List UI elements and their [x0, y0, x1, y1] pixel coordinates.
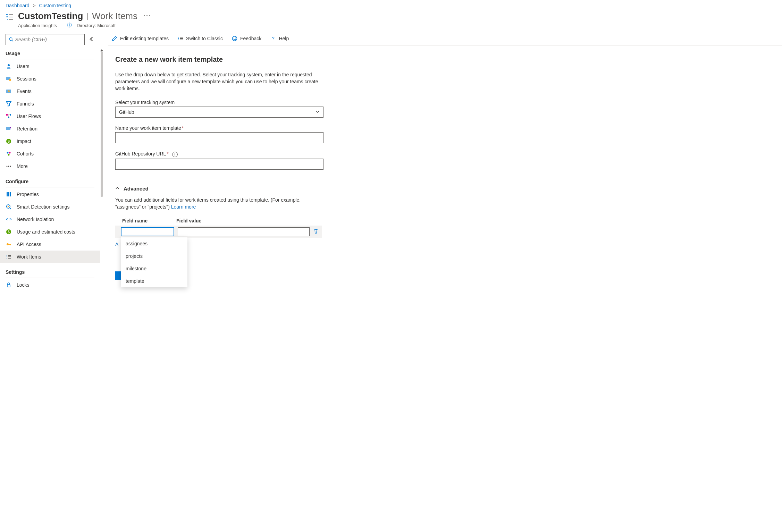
svg-point-13: [9, 152, 11, 154]
sidebar-item-cohorts[interactable]: Cohorts: [0, 147, 100, 160]
help-button[interactable]: ? Help: [270, 36, 289, 41]
svg-point-12: [7, 152, 9, 154]
sidebar-item-more[interactable]: More: [0, 160, 100, 172]
sidebar-item-properties[interactable]: Properties: [0, 188, 100, 201]
more-icon: [6, 163, 12, 169]
repo-url-label: GitHub Repository URL* i: [115, 151, 327, 157]
svg-point-17: [10, 166, 11, 167]
smart-detection-icon: [6, 204, 12, 210]
svg-line-1: [12, 40, 13, 42]
sidebar-item-usage-costs[interactable]: $Usage and estimated costs: [0, 226, 100, 238]
breadcrumb: Dashboard > CustomTesting: [0, 0, 782, 8]
user-icon: [6, 64, 12, 69]
svg-point-32: [233, 37, 234, 38]
repo-url-input[interactable]: [119, 161, 320, 167]
add-new-link[interactable]: A: [115, 242, 118, 247]
dropdown-item-template[interactable]: template: [121, 275, 187, 287]
directory-label: Directory: Microsoft: [77, 23, 116, 28]
field-name-header: Field name: [115, 218, 176, 223]
form-title: Create a new work item template: [115, 56, 327, 64]
svg-rect-6: [6, 114, 8, 116]
svg-point-14: [8, 154, 10, 156]
svg-point-33: [235, 37, 236, 38]
retention-icon: [6, 126, 12, 132]
learn-more-link[interactable]: Learn more: [171, 204, 196, 210]
page-header: CustomTesting | Work Items ··· Applicati…: [0, 8, 782, 31]
svg-rect-7: [10, 114, 11, 116]
svg-text:$: $: [8, 140, 10, 143]
svg-text:$: $: [8, 230, 10, 234]
svg-point-0: [9, 38, 12, 41]
sidebar-item-locks[interactable]: Locks: [0, 279, 100, 291]
breadcrumb-current[interactable]: CustomTesting: [39, 3, 71, 8]
blade-name: Work Items: [92, 10, 137, 22]
field-value-input[interactable]: [178, 227, 310, 236]
network-icon: <·>: [6, 217, 12, 222]
resource-type: Application Insights: [18, 23, 57, 28]
user-flows-icon: [6, 113, 12, 119]
sidebar-item-smart-detection[interactable]: Smart Detection settings: [0, 201, 100, 213]
nav-search-input[interactable]: [15, 37, 82, 42]
feedback-button[interactable]: Feedback: [232, 36, 261, 41]
svg-rect-19: [8, 192, 9, 196]
info-icon[interactable]: ⓘ: [67, 22, 72, 28]
costs-icon: $: [6, 229, 12, 235]
resource-name: CustomTesting: [18, 10, 83, 22]
delete-row-button[interactable]: [313, 228, 319, 235]
work-items-nav-icon: [6, 254, 12, 260]
svg-point-2: [8, 64, 10, 66]
field-name-dropdown: assignees projects milestone template: [121, 237, 187, 287]
sidebar-item-impact[interactable]: $Impact: [0, 135, 100, 147]
sidebar-item-funnels[interactable]: Funnels: [0, 98, 100, 110]
more-actions-button[interactable]: ···: [144, 10, 151, 22]
breadcrumb-separator: >: [33, 3, 35, 8]
properties-icon: [6, 192, 12, 197]
advanced-toggle[interactable]: Advanced: [115, 186, 327, 192]
switch-classic-button[interactable]: Switch to Classic: [178, 36, 223, 41]
breadcrumb-root[interactable]: Dashboard: [6, 3, 30, 8]
template-name-input-wrap: [115, 132, 323, 143]
chevron-down-icon: [316, 109, 320, 115]
sidebar-item-api-access[interactable]: API Access: [0, 238, 100, 251]
tracking-system-select[interactable]: GitHub: [115, 107, 323, 118]
sidebar-item-events[interactable]: Events: [0, 85, 100, 98]
svg-text:<·>: <·>: [6, 217, 11, 222]
repo-url-input-wrap: [115, 159, 323, 170]
sidebar-item-retention[interactable]: Retention: [0, 123, 100, 135]
funnels-icon: [6, 101, 12, 107]
field-name-input[interactable]: [121, 227, 174, 236]
dropdown-item-milestone[interactable]: milestone: [121, 262, 187, 275]
sidebar: Usage Users Sessions Events Funnels User…: [0, 31, 100, 296]
svg-point-23: [8, 206, 9, 207]
main-content: Edit existing templates Switch to Classi…: [100, 31, 782, 296]
collapse-sidebar-button[interactable]: [90, 37, 94, 43]
edit-templates-button[interactable]: Edit existing templates: [112, 36, 169, 41]
sidebar-item-user-flows[interactable]: User Flows: [0, 110, 100, 123]
chevron-up-icon: [115, 186, 119, 191]
dropdown-item-assignees[interactable]: assignees: [121, 237, 187, 250]
svg-rect-18: [7, 192, 8, 196]
template-name-label: Name your work item template*: [115, 125, 327, 131]
work-items-icon: [6, 10, 18, 23]
svg-rect-20: [10, 192, 11, 196]
tracking-system-label: Select your tracking system: [115, 100, 327, 105]
form-intro: Use the drop down below to get started. …: [115, 71, 327, 92]
sidebar-item-sessions[interactable]: Sessions: [0, 73, 100, 85]
sidebar-scrollbar[interactable]: [101, 51, 103, 197]
sidebar-item-network-isolation[interactable]: <·>Network Isolation: [0, 213, 100, 226]
nav-group-settings: Settings: [0, 268, 100, 276]
sidebar-item-work-items[interactable]: Work Items: [0, 251, 100, 263]
svg-text:?: ?: [272, 36, 275, 41]
nav-search[interactable]: [6, 34, 85, 45]
template-name-input[interactable]: [119, 135, 320, 141]
svg-point-15: [7, 166, 8, 167]
field-value-header: Field value: [176, 218, 322, 223]
dropdown-item-projects[interactable]: projects: [121, 250, 187, 262]
svg-point-16: [8, 166, 9, 167]
info-circle-icon[interactable]: i: [172, 152, 178, 157]
svg-point-31: [232, 36, 237, 41]
sidebar-item-users[interactable]: Users: [0, 60, 100, 73]
advanced-description: You can add additional fields for work i…: [115, 196, 317, 210]
nav-group-configure: Configure: [0, 177, 100, 186]
toolbar: Edit existing templates Switch to Classi…: [108, 31, 782, 46]
